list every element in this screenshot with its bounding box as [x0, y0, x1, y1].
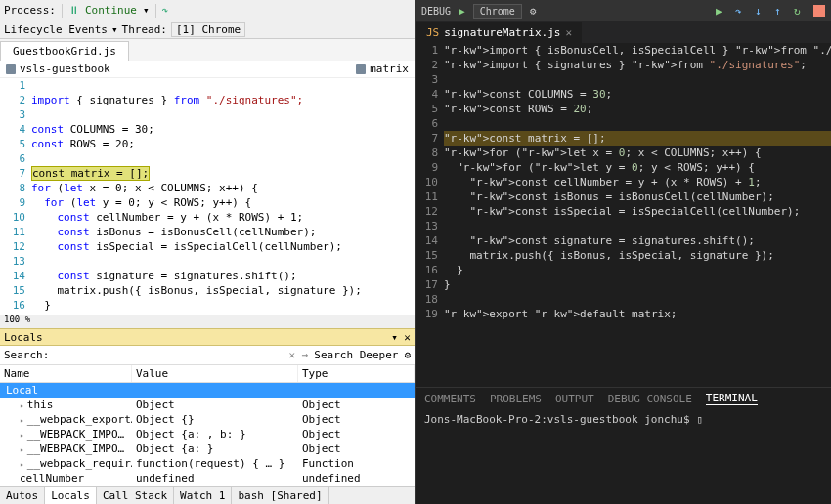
vs-editor[interactable]: 12345678910111213141516171819 import { s…	[0, 78, 415, 315]
col-name[interactable]: Name	[0, 365, 132, 382]
search-input[interactable]	[55, 350, 283, 360]
bottom-tab[interactable]: Watch 1	[174, 487, 232, 504]
locals-row[interactable]: cellNumberundefinedundefined	[0, 471, 415, 485]
locals-row[interactable]: thisObjectObject	[0, 398, 415, 412]
step-out-icon[interactable]: ↑	[774, 5, 786, 17]
editor-tabs: GuestbookGrid.js	[0, 39, 415, 61]
bottom-tabs: AutosLocalsCall StackWatch 1bash [Shared…	[0, 486, 415, 504]
process-label: Process:	[4, 4, 56, 17]
terminal-tabs: COMMENTSPROBLEMSOUTPUTDEBUG CONSOLETERMI…	[416, 388, 831, 409]
gear-icon[interactable]: ⚙	[404, 349, 411, 361]
bottom-tab[interactable]: Locals	[45, 487, 97, 504]
col-value[interactable]: Value	[132, 365, 298, 382]
locals-header: Locals▾ ✕	[0, 328, 415, 346]
close-icon[interactable]: ✕	[565, 26, 572, 39]
stop-icon[interactable]	[813, 5, 825, 17]
tab-guestbookgrid[interactable]: GuestbookGrid.js	[0, 41, 129, 61]
term-tab[interactable]: PROBLEMS	[490, 393, 542, 405]
bottom-tab[interactable]: bash [Shared]	[232, 487, 328, 504]
project-icon	[6, 64, 16, 74]
step-over-icon[interactable]: ↷	[735, 5, 747, 17]
breakpoint-line: const matrix = [];	[31, 166, 415, 181]
continue-button[interactable]: Continue	[85, 4, 137, 17]
thread-select[interactable]: [1] Chrome	[171, 22, 245, 37]
debug-target[interactable]: Chrome	[473, 4, 522, 19]
locals-row[interactable]: __WEBPACK_IMPO…Object {a: }Object	[0, 441, 415, 456]
locals-row[interactable]: Local	[0, 383, 415, 398]
thread-bar: Lifecycle Events ▾ Thread: [1] Chrome	[0, 21, 415, 39]
vs-toolbar: Process: ⏸ Continue▾ ↷	[0, 0, 415, 21]
locals-search: Search: ✕ → Search Deeper ⚙	[0, 346, 415, 365]
locals-row[interactable]: __webpack_requir…function(request) { … }…	[0, 456, 415, 471]
step-over-icon[interactable]: ↷	[162, 4, 169, 17]
locals-row[interactable]: __webpack_export…Object {}Object	[0, 412, 415, 427]
bottom-tab[interactable]: Call Stack	[97, 487, 174, 504]
step-icon[interactable]: ⏸	[68, 4, 79, 17]
locals-grid: Name Value Type LocalthisObjectObject__w…	[0, 365, 415, 486]
restart-icon[interactable]: ↻	[794, 5, 806, 17]
breadcrumb[interactable]: vsls-guestbook matrix	[0, 61, 415, 78]
vscode-editor[interactable]: 12345678910111213141516171819 "r-kw">imp…	[416, 43, 831, 387]
pin-icon[interactable]: ▾ ✕	[391, 331, 411, 344]
zoom-status: 100 %	[0, 315, 415, 328]
tab-signaturematrix[interactable]: JSsignatureMatrix.js✕	[416, 22, 582, 43]
vscode-tabs: JSsignatureMatrix.js✕	[416, 21, 831, 43]
step-into-icon[interactable]: ↓	[755, 5, 766, 17]
term-tab[interactable]: COMMENTS	[424, 393, 476, 405]
field-icon	[356, 64, 366, 74]
locals-row[interactable]: __WEBPACK_IMPO…Object {a: , b: }Object	[0, 427, 415, 441]
continue-icon[interactable]: ▶	[716, 5, 727, 17]
search-deeper[interactable]: Search Deeper	[314, 349, 398, 361]
gear-icon[interactable]: ⚙	[530, 5, 537, 18]
term-tab[interactable]: TERMINAL	[706, 392, 758, 405]
bottom-tab[interactable]: Autos	[0, 487, 45, 504]
terminal[interactable]: Jons-MacBook-Pro-2:vsls-guestbook jonchu…	[416, 409, 831, 504]
term-tab[interactable]: DEBUG CONSOLE	[608, 393, 692, 405]
col-type[interactable]: Type	[298, 365, 415, 382]
term-tab[interactable]: OUTPUT	[555, 393, 594, 405]
start-debug-icon[interactable]: ▶	[459, 5, 465, 18]
debug-toolbar: DEBUG ▶ Chrome ⚙ ▶ ↷ ↓ ↑ ↻	[416, 0, 831, 21]
